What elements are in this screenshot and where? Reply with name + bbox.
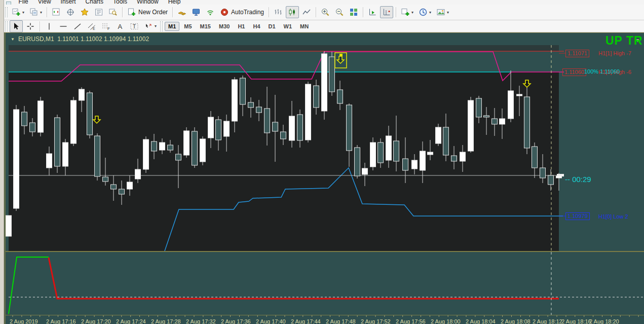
timeframe-w1-button[interactable]: W1 [280, 22, 296, 31]
candle [192, 131, 198, 165]
candle [492, 119, 498, 124]
chevron-down-icon[interactable]: ▾ [40, 10, 42, 15]
chart-shift-button[interactable] [380, 6, 393, 18]
timeframe-m1-button[interactable]: M1 [165, 22, 179, 31]
candle [273, 122, 278, 131]
indicator-panel[interactable]: M1 Volatility quality -0.0000 -0.0000 [6, 252, 644, 315]
text-button[interactable]: A [113, 20, 127, 32]
templates-button[interactable]: ▾ [434, 6, 451, 18]
candle [47, 154, 52, 168]
menu-tools[interactable]: Tools [113, 0, 127, 5]
new-order-icon [127, 8, 136, 17]
data-window-button[interactable] [64, 6, 77, 18]
auto-scroll-button[interactable] [366, 6, 379, 18]
time-axis-label: 2 Aug 17:52 [361, 318, 391, 324]
price-chart-canvas[interactable] [6, 45, 644, 251]
metaeditor-button[interactable] [190, 6, 203, 18]
crosshair-icon [26, 22, 35, 31]
indicators-button[interactable]: ▾ [399, 6, 415, 18]
current-price-marker [557, 174, 564, 176]
candle [168, 145, 173, 150]
autotrading-button[interactable]: AutoTrading [218, 6, 266, 18]
menu-window[interactable]: Window [137, 0, 159, 5]
menu-bar: FileViewInsertChartsToolsWindowHelp [4, 0, 644, 5]
profiles-button[interactable]: ▾ [27, 6, 44, 18]
candle [184, 131, 190, 155]
time-axis-label: 2 Aug 18:08 [501, 318, 531, 324]
candle [355, 148, 360, 176]
terminal-button[interactable] [92, 6, 105, 18]
chart-line-button[interactable] [300, 6, 313, 18]
trend-line-button[interactable] [71, 20, 84, 32]
candlestick-plot[interactable] [6, 45, 644, 251]
tile-windows-button[interactable] [347, 6, 360, 18]
chart-bars-button[interactable] [272, 6, 285, 18]
data-window-icon [66, 8, 75, 17]
toolbar-drag-handle [160, 21, 163, 31]
chevron-down-icon[interactable]: ▾ [447, 10, 449, 15]
equidistant-channel-button[interactable]: E [85, 20, 98, 32]
candle [524, 97, 530, 148]
time-axis-label: 2 Aug 17:56 [396, 318, 426, 324]
candle [95, 136, 100, 176]
timeframe-m30-button[interactable]: M30 [215, 22, 233, 31]
trend-status-text: UP TR [605, 34, 644, 48]
timeframe-h4-button[interactable]: H4 [249, 22, 263, 31]
timeframe-h1-button[interactable]: H1 [234, 22, 248, 31]
chevron-down-icon[interactable]: ▾ [429, 10, 431, 15]
chart-window: ▼EURUSD,M1 1.11001 1.11002 1.10994 1.110… [4, 32, 644, 324]
timeframe-mn-button[interactable]: MN [296, 22, 312, 31]
new-chart-button[interactable]: ▾ [10, 6, 26, 18]
svg-text:A: A [118, 22, 123, 30]
candle [22, 112, 27, 126]
window-edge [0, 0, 4, 324]
vertical-line-button[interactable] [43, 20, 56, 32]
arrows-button[interactable]: ▾ [142, 20, 159, 32]
chevron-down-icon[interactable]: ▾ [411, 10, 413, 15]
candle [6, 215, 12, 236]
text-label-button[interactable]: T [128, 20, 141, 32]
menu-view[interactable]: View [38, 0, 51, 5]
candle [540, 168, 546, 178]
cursor-button[interactable] [10, 20, 23, 32]
candle [443, 127, 449, 155]
menu-file[interactable]: File [18, 0, 28, 5]
menu-charts[interactable]: Charts [86, 0, 103, 5]
metaquotes-button[interactable] [175, 6, 188, 18]
toolbar-separator [47, 7, 47, 17]
timeframe-d1-button[interactable]: D1 [265, 22, 279, 31]
time-axis[interactable]: 2 Aug 20192 Aug 17:162 Aug 17:202 Aug 17… [6, 315, 644, 324]
periods-button[interactable]: ▾ [416, 6, 433, 18]
standard-toolbar: ▾▾New OrderAutoTrading▾▾▾ [4, 5, 644, 20]
tile-windows-icon [349, 8, 358, 17]
navigator-icon [80, 8, 89, 17]
timeframe-m5-button[interactable]: M5 [180, 22, 195, 31]
menu-insert[interactable]: Insert [61, 0, 76, 5]
crosshair-button[interactable] [24, 20, 37, 32]
line-studies-toolbar: EFAT▾M1M5M15M30H1H4D1W1MN [4, 20, 644, 32]
signals-button[interactable] [204, 6, 217, 18]
new-order-label: New Order [138, 9, 168, 16]
candle [476, 98, 482, 117]
horizontal-line-button[interactable] [57, 20, 70, 32]
volatility-indicator-plot[interactable] [6, 252, 644, 315]
zoom-in-button[interactable] [319, 6, 332, 18]
timeframe-m15-button[interactable]: M15 [197, 22, 214, 31]
zoom-out-button[interactable] [333, 6, 346, 18]
chart-candles-button[interactable] [286, 6, 299, 18]
templates-icon [436, 8, 445, 17]
autotrading-icon [220, 8, 229, 17]
toolbar-separator [40, 21, 40, 31]
chevron-down-icon[interactable]: ▾ [22, 10, 24, 15]
menu-help[interactable]: Help [168, 0, 181, 5]
candle [420, 151, 426, 170]
new-order-button[interactable]: New Order [125, 6, 170, 18]
candle [256, 107, 262, 113]
chart-collapse-icon[interactable]: ▼ [11, 37, 15, 42]
candle [79, 89, 85, 100]
strategy-tester-button[interactable] [106, 6, 120, 18]
navigator-button[interactable] [78, 6, 91, 18]
market-watch-button[interactable] [50, 6, 63, 18]
fibonacci-button[interactable]: F [99, 20, 112, 32]
chevron-down-icon[interactable]: ▾ [155, 24, 157, 28]
